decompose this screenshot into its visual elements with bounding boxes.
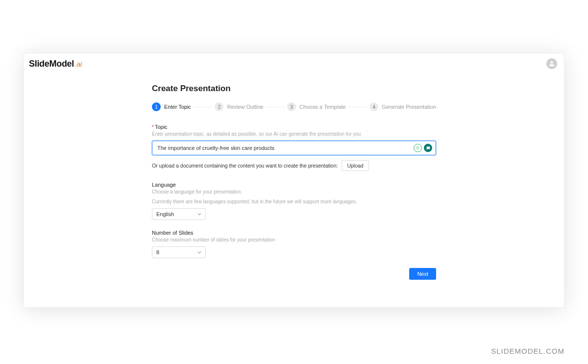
footer-actions: Next [152, 268, 436, 280]
slides-label: Number of Slides [152, 230, 436, 236]
watermark: SLIDEMODEL.COM [491, 347, 564, 355]
step-review-outline[interactable]: 2 Review Outline [215, 102, 263, 111]
language-value: English [156, 211, 174, 217]
step-label: Choose a Template [299, 104, 346, 110]
language-section: Language Choose a language for your pres… [152, 182, 436, 220]
language-select[interactable]: English [152, 208, 206, 220]
topic-section: Topic Enter presentation topic, as detai… [152, 124, 436, 171]
user-avatar[interactable] [546, 58, 557, 69]
topic-hint: Enter presentation topic, as detailed as… [152, 131, 436, 138]
step-divider [349, 107, 367, 107]
step-generate-presentation[interactable]: 4 Generate Presentation [369, 102, 436, 111]
chat-icon [426, 146, 431, 150]
page-title: Create Presentation [152, 84, 436, 94]
upload-row: Or upload a document containing the cont… [152, 160, 436, 171]
language-hint-1: Choose a language for your presentation. [152, 189, 436, 195]
topbar: SlideModel.ai [24, 53, 564, 72]
user-icon [549, 61, 555, 67]
upload-button[interactable]: Upload [342, 160, 368, 171]
stepper: 1 Enter Topic 2 Review Outline 3 Choose … [152, 102, 436, 111]
lightbulb-icon [416, 146, 420, 150]
brand-suffix: .ai [74, 60, 82, 68]
chevron-down-icon [197, 212, 201, 216]
step-divider [194, 107, 212, 107]
step-divider [266, 107, 284, 107]
upload-text: Or upload a document containing the cont… [152, 163, 338, 169]
language-label: Language [152, 182, 436, 188]
topic-input[interactable] [152, 141, 436, 155]
step-enter-topic[interactable]: 1 Enter Topic [152, 102, 191, 111]
step-label: Generate Presentation [382, 104, 436, 110]
chat-button[interactable] [424, 144, 432, 152]
step-number: 4 [369, 102, 378, 111]
brand-name: SlideModel [29, 59, 74, 69]
slides-hint: Choose maximum number of slides for your… [152, 237, 436, 243]
next-button[interactable]: Next [409, 268, 436, 280]
brand-logo: SlideModel.ai [29, 59, 82, 69]
slides-section: Number of Slides Choose maximum number o… [152, 230, 436, 258]
step-choose-template[interactable]: 3 Choose a Template [287, 102, 346, 111]
topic-label: Topic [152, 124, 436, 130]
step-label: Enter Topic [164, 104, 191, 110]
chevron-down-icon [197, 250, 201, 254]
step-number: 3 [287, 102, 296, 111]
slides-value: 8 [156, 249, 159, 255]
app-frame: SlideModel.ai Create Presentation 1 Ente… [24, 53, 564, 308]
slides-select[interactable]: 8 [152, 246, 206, 258]
topic-input-icons [414, 144, 432, 152]
language-hint-2: Currently there are few languages suppor… [152, 198, 436, 205]
step-label: Review Outline [227, 104, 263, 110]
suggestion-button[interactable] [414, 144, 422, 152]
step-number: 1 [152, 102, 161, 111]
main-content: Create Presentation 1 Enter Topic 2 Revi… [152, 84, 436, 280]
step-number: 2 [215, 102, 223, 111]
topic-input-wrap [152, 141, 436, 155]
